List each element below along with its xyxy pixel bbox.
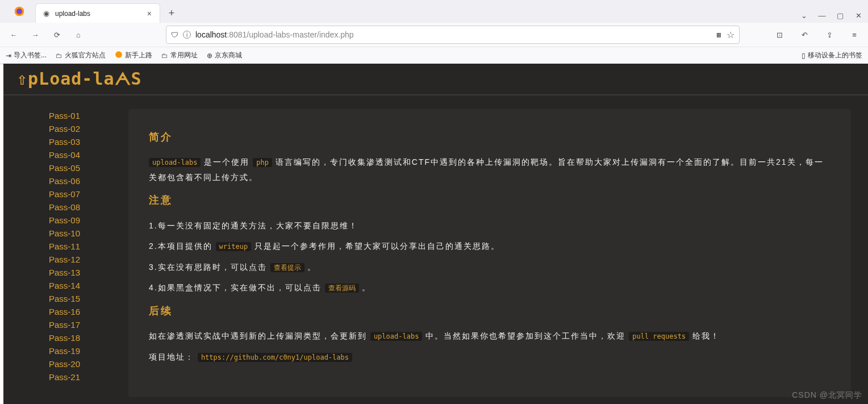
watermark: CSDN @北冥同学 xyxy=(792,390,862,401)
bookmark-firefox-site[interactable]: 🗀火狐官方站点 xyxy=(56,51,106,60)
folder-icon: 🗀 xyxy=(56,52,62,60)
tag-upload-labs-2: upload-labs xyxy=(370,332,422,341)
tab-close-button[interactable]: × xyxy=(145,9,154,18)
info-icon[interactable]: i xyxy=(183,31,191,39)
sidebar-item-pass-03[interactable]: Pass-03 xyxy=(49,135,111,148)
page-content: ⇧pLoad-laᗅS Pass-01Pass-02Pass-03Pass-04… xyxy=(3,64,868,404)
window-close-button[interactable]: ✕ xyxy=(854,11,862,19)
bookmark-common[interactable]: 🗀常用网址 xyxy=(161,51,198,60)
sidebar-nav: Pass-01Pass-02Pass-03Pass-04Pass-05Pass-… xyxy=(15,109,111,397)
tab-title: upload-labs xyxy=(55,10,145,18)
folder-icon: 🗀 xyxy=(161,52,168,60)
sidebar-item-pass-14[interactable]: Pass-14 xyxy=(49,279,111,292)
browser-chrome: ◉ upload-labs × + ⌄ — ▢ ✕ ← → ⟳ ⌂ 🛡 i lo… xyxy=(0,0,868,64)
sidebar-item-pass-04[interactable]: Pass-04 xyxy=(49,148,111,161)
forward-button[interactable]: → xyxy=(27,27,43,43)
crop-icon[interactable]: ⊡ xyxy=(771,27,787,43)
sidebar-item-pass-13[interactable]: Pass-13 xyxy=(49,266,111,279)
url-text: localhost:8081/upload-labs-master/index.… xyxy=(195,30,354,39)
svg-point-2 xyxy=(115,51,122,58)
sidebar-item-pass-19[interactable]: Pass-19 xyxy=(49,344,111,357)
undo-icon[interactable]: ↶ xyxy=(796,27,812,43)
svg-point-1 xyxy=(16,9,22,14)
project-link[interactable]: https://github.com/c0ny1/upload-labs xyxy=(198,353,352,362)
sidebar-item-pass-01[interactable]: Pass-01 xyxy=(49,109,111,122)
sidebar-item-pass-12[interactable]: Pass-12 xyxy=(49,253,111,266)
reload-button[interactable]: ⟳ xyxy=(49,27,65,43)
followup-paragraph: 如在渗透测试实战中遇到新的上传漏洞类型，会更新到 upload-labs 中。当… xyxy=(149,328,831,344)
heading-followup: 后续 xyxy=(149,301,831,320)
sidebar-item-pass-08[interactable]: Pass-08 xyxy=(49,201,111,214)
sidebar-item-pass-07[interactable]: Pass-07 xyxy=(49,188,111,201)
project-address: 项目地址： https://github.com/c0ny1/upload-la… xyxy=(149,349,831,365)
qr-icon[interactable]: ▦ xyxy=(717,31,721,39)
heading-notice: 注意 xyxy=(149,190,831,210)
tag-php: php xyxy=(253,158,272,167)
new-tab-button[interactable]: + xyxy=(164,5,180,21)
bookmark-jd[interactable]: ⊕京东商城 xyxy=(207,51,242,60)
window-minimize-button[interactable]: — xyxy=(818,11,826,19)
sidebar-item-pass-20[interactable]: Pass-20 xyxy=(49,357,111,370)
globe-icon: ⊕ xyxy=(207,52,212,60)
intro-paragraph: upload-labs 是一个使用 php 语言编写的，专门收集渗透测试和CTF… xyxy=(149,155,831,185)
firefox-logo-icon[interactable] xyxy=(11,3,27,19)
site-logo[interactable]: ⇧pLoad-laᗅS xyxy=(17,69,142,89)
url-bar[interactable]: 🛡 i localhost:8081/upload-labs-master/in… xyxy=(166,26,740,44)
tag-pull-requests: pull requests xyxy=(629,332,689,341)
tab-strip: ◉ upload-labs × + ⌄ — ▢ ✕ xyxy=(0,0,868,23)
sidebar-item-pass-02[interactable]: Pass-02 xyxy=(49,122,111,135)
back-button[interactable]: ← xyxy=(6,27,22,43)
firefox-icon xyxy=(115,51,123,60)
notice-1: 1.每一关没有固定的通关方法，大家不要自限思维！ xyxy=(149,218,831,234)
bookmark-new-user[interactable]: 新手上路 xyxy=(115,51,152,60)
hint-button[interactable]: 查看提示 xyxy=(270,263,304,272)
notice-3: 3.实在没有思路时，可以点击 查看提示 。 xyxy=(149,260,831,275)
import-icon: ⇥ xyxy=(6,52,11,60)
sidebar-item-pass-16[interactable]: Pass-16 xyxy=(49,305,111,318)
bookmarks-toolbar: ⇥导入书签... 🗀火狐官方站点 新手上路 🗀常用网址 ⊕京东商城 ▯移动设备上… xyxy=(0,47,868,64)
window-maximize-button[interactable]: ▢ xyxy=(836,11,844,19)
shield-icon: 🛡 xyxy=(171,31,178,39)
tab-favicon-icon: ◉ xyxy=(41,9,51,18)
heading-intro: 简介 xyxy=(149,127,831,147)
sidebar-item-pass-17[interactable]: Pass-17 xyxy=(49,318,111,331)
browser-tab[interactable]: ◉ upload-labs × xyxy=(35,3,160,23)
source-button[interactable]: 查看源码 xyxy=(325,284,359,293)
bookmark-import[interactable]: ⇥导入书签... xyxy=(6,51,47,60)
sidebar-item-pass-21[interactable]: Pass-21 xyxy=(49,370,111,384)
sidebar-item-pass-05[interactable]: Pass-05 xyxy=(49,161,111,174)
bookmark-star-icon[interactable]: ☆ xyxy=(727,30,735,40)
bookmark-mobile[interactable]: ▯移动设备上的书签 xyxy=(802,51,862,60)
tag-upload-labs: upload-labs xyxy=(149,158,201,167)
nav-toolbar: ← → ⟳ ⌂ 🛡 i localhost:8081/upload-labs-m… xyxy=(0,23,868,47)
home-button[interactable]: ⌂ xyxy=(70,27,86,43)
sidebar-item-pass-06[interactable]: Pass-06 xyxy=(49,174,111,188)
sidebar-item-pass-11[interactable]: Pass-11 xyxy=(49,240,111,253)
share-icon[interactable]: ⇪ xyxy=(821,27,837,43)
sidebar-item-pass-09[interactable]: Pass-09 xyxy=(49,214,111,227)
page-header: ⇧pLoad-laᗅS xyxy=(3,64,868,95)
sidebar-item-pass-15[interactable]: Pass-15 xyxy=(49,292,111,305)
sidebar-item-pass-18[interactable]: Pass-18 xyxy=(49,331,111,344)
notice-2: 2.本项目提供的 writeup 只是起一个参考作用，希望大家可以分享出自己的通… xyxy=(149,239,831,254)
tag-writeup: writeup xyxy=(216,242,252,251)
mobile-icon: ▯ xyxy=(802,52,806,60)
chevron-down-icon[interactable]: ⌄ xyxy=(800,11,808,19)
sidebar-item-pass-10[interactable]: Pass-10 xyxy=(49,227,111,240)
main-content: 简介 upload-labs 是一个使用 php 语言编写的，专门收集渗透测试和… xyxy=(128,109,851,397)
hamburger-menu-button[interactable]: ≡ xyxy=(846,27,862,43)
notice-4: 4.如果黑盒情况下，实在做不出，可以点击 查看源码 。 xyxy=(149,280,831,295)
